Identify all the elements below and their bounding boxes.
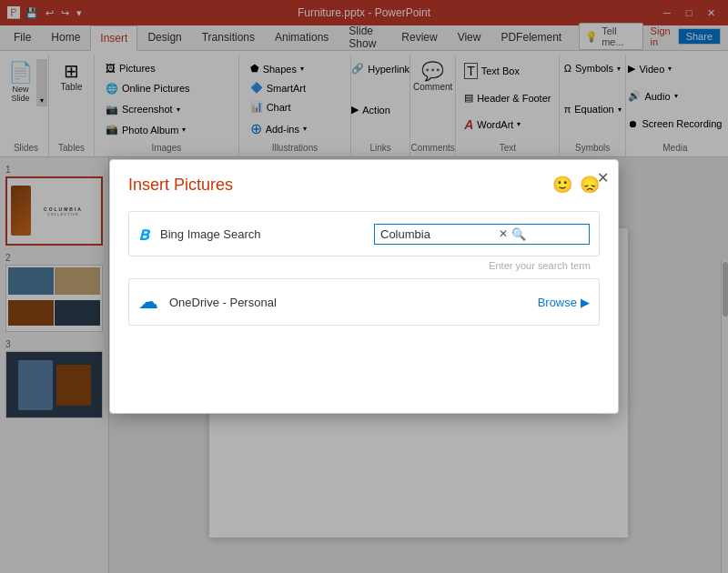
modal-body: ʙ Bing Image Search ✕ 🔍 Enter your searc… bbox=[110, 202, 618, 353]
onedrive-icon: ☁ bbox=[138, 290, 158, 314]
bing-search-field[interactable] bbox=[380, 227, 499, 241]
browse-button[interactable]: Browse ▶ bbox=[538, 296, 590, 309]
onedrive-label: OneDrive - Personal bbox=[169, 296, 527, 309]
bing-search-row[interactable]: ʙ Bing Image Search ✕ 🔍 bbox=[128, 211, 600, 256]
modal-title: Insert Pictures bbox=[128, 176, 233, 195]
modal-close-button[interactable]: ✕ bbox=[597, 169, 609, 186]
bing-icon: ʙ bbox=[138, 223, 149, 245]
bing-search-input-container: ✕ 🔍 bbox=[374, 224, 590, 245]
insert-pictures-modal: ✕ Insert Pictures 🙂 😞 ʙ Bing Image Searc… bbox=[109, 159, 619, 414]
modal-header: Insert Pictures 🙂 😞 bbox=[110, 160, 618, 202]
smiley-happy-icon[interactable]: 🙂 bbox=[552, 175, 572, 195]
onedrive-row[interactable]: ☁ OneDrive - Personal Browse ▶ bbox=[128, 278, 600, 326]
search-hint: Enter your search term bbox=[128, 260, 600, 271]
modal-header-icons: 🙂 😞 bbox=[552, 175, 600, 195]
modal-overlay: ✕ Insert Pictures 🙂 😞 ʙ Bing Image Searc… bbox=[0, 0, 728, 573]
browse-label: Browse bbox=[538, 296, 577, 309]
search-icon[interactable]: 🔍 bbox=[511, 227, 526, 241]
bing-label: Bing Image Search bbox=[160, 227, 363, 241]
clear-search-icon[interactable]: ✕ bbox=[499, 227, 508, 240]
browse-arrow-icon: ▶ bbox=[581, 296, 590, 309]
